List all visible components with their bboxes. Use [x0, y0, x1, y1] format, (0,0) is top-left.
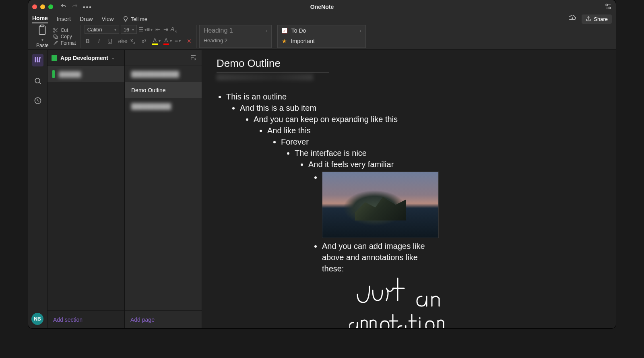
cut-button[interactable]: Cut: [53, 27, 76, 33]
tab-view[interactable]: View: [102, 16, 114, 22]
notebook-name: App Development: [60, 55, 108, 61]
tell-me-search[interactable]: Tell me: [123, 16, 147, 22]
delete-button[interactable]: ✕: [186, 38, 192, 44]
rail-search[interactable]: [34, 77, 42, 86]
page-item[interactable]: ██████████: [125, 98, 202, 114]
tab-home[interactable]: Home: [32, 15, 48, 23]
svg-line-8: [54, 29, 55, 30]
chevron-down-icon: ⌄: [111, 56, 115, 60]
notebook-selector[interactable]: App Development ⌄: [47, 50, 124, 66]
section-item[interactable]: ██████: [47, 66, 124, 82]
clipboard-icon: [37, 25, 47, 37]
star-icon: ★: [282, 38, 287, 44]
style-heading1[interactable]: Heading 1 ›: [200, 25, 271, 36]
outline-item[interactable]: And you can add images like above and an…: [322, 240, 435, 274]
page-canvas[interactable]: Demo Outline This is an outline And this…: [202, 50, 616, 328]
underline-button[interactable]: U: [107, 38, 114, 44]
superscript-button[interactable]: x²: [141, 38, 147, 44]
app-title: OneNote: [310, 4, 334, 10]
nav-rail: [28, 50, 47, 328]
search-icon: [34, 77, 42, 85]
paste-label: Paste: [36, 43, 49, 48]
account-avatar[interactable]: NB: [31, 313, 43, 325]
pages-panel: ████████████ Demo Outline ██████████ Add…: [125, 50, 202, 328]
outline-item[interactable]: And it feels very familiar: [308, 159, 601, 170]
notebook-icon: [52, 55, 57, 61]
outline-container[interactable]: This is an outline And this is a sub ite…: [217, 91, 601, 274]
add-page-label: Add page: [130, 317, 155, 323]
format-painter-button[interactable]: Format: [53, 40, 76, 46]
outline-item[interactable]: The interface is nice: [295, 147, 601, 159]
outline-item[interactable]: This is an outline: [226, 91, 601, 102]
paintbrush-icon: [53, 40, 58, 46]
undo-button[interactable]: [60, 3, 67, 11]
style-heading2-label: Heading 2: [204, 37, 227, 43]
sort-icon: [190, 54, 197, 61]
svg-point-14: [35, 78, 40, 83]
paste-button[interactable]: ▾ Paste: [35, 24, 50, 49]
clear-formatting-button[interactable]: A✕: [171, 26, 177, 33]
copy-button[interactable]: Copy: [53, 34, 76, 39]
outline-item[interactable]: And this is a sub item: [240, 102, 601, 114]
qat-more-button[interactable]: •••: [83, 4, 89, 10]
cut-label: Cut: [61, 27, 68, 33]
outline-item[interactable]: And like this: [267, 125, 601, 136]
font-size-combo[interactable]: 16▾: [121, 25, 137, 34]
page-item[interactable]: Demo Outline: [125, 82, 202, 98]
ribbon-mode-button[interactable]: [605, 5, 612, 11]
styles-gallery[interactable]: Heading 1 › Heading 2: [199, 25, 272, 48]
tag-important[interactable]: ★ Important: [278, 36, 365, 46]
fullscreen-window-button[interactable]: [48, 4, 53, 9]
section-color-swatch: [52, 70, 55, 78]
tags-gallery[interactable]: ✓ To Do › ★ Important: [277, 25, 366, 48]
highlight-button[interactable]: A▾: [152, 37, 159, 45]
tag-todo-label: To Do: [291, 27, 306, 34]
ribbon: ▾ Paste Cut Copy Format Cali: [28, 24, 616, 50]
format-label: Format: [61, 40, 76, 46]
library-icon: [34, 56, 42, 64]
add-section-label: Add section: [53, 317, 83, 323]
outline-item[interactable]: And you can keep on expanding like this: [254, 114, 601, 125]
align-button[interactable]: ≡▾: [175, 38, 181, 44]
redo-button[interactable]: [72, 3, 78, 11]
subscript-button[interactable]: x₂: [130, 37, 136, 45]
svg-rect-11: [35, 57, 36, 62]
sort-pages-button[interactable]: [190, 54, 197, 62]
indent-button[interactable]: ⇥: [163, 26, 169, 33]
add-section-button[interactable]: Add section: [47, 310, 124, 328]
sync-status-icon[interactable]: [569, 15, 576, 23]
chevron-right-icon: ›: [360, 29, 361, 33]
numbered-list-button[interactable]: ≡▾: [147, 26, 153, 33]
tab-insert[interactable]: Insert: [57, 16, 71, 22]
page-title: Demo Outline: [131, 87, 166, 93]
share-button[interactable]: Share: [582, 14, 612, 24]
bullet-list-button[interactable]: ☰▾: [138, 26, 145, 33]
tab-draw[interactable]: Draw: [80, 16, 93, 22]
add-page-button[interactable]: Add page: [125, 310, 202, 328]
outline-item[interactable]: Forever: [281, 136, 601, 147]
bold-button[interactable]: B: [85, 38, 91, 44]
page-title-field[interactable]: Demo Outline: [217, 56, 329, 72]
style-heading2[interactable]: Heading 2: [200, 36, 271, 45]
outdent-button[interactable]: ⇤: [155, 26, 161, 33]
font-size-value: 16: [124, 27, 129, 33]
minimize-window-button[interactable]: [40, 4, 45, 9]
font-name-combo[interactable]: Calibri▾: [85, 25, 119, 34]
close-window-button[interactable]: [32, 4, 37, 9]
tag-todo[interactable]: ✓ To Do ›: [278, 25, 365, 36]
strikethrough-button[interactable]: abc: [118, 38, 125, 44]
rail-recent[interactable]: [34, 97, 42, 106]
page-item[interactable]: ████████████: [125, 66, 202, 82]
chevron-right-icon: ›: [266, 29, 267, 33]
embedded-image[interactable]: [322, 172, 439, 238]
font-color-button[interactable]: A▾: [163, 37, 170, 45]
ink-annotation[interactable]: [349, 274, 478, 328]
checkbox-icon: ✓: [282, 28, 287, 33]
svg-line-7: [56, 31, 57, 32]
window-controls: [32, 4, 53, 9]
rail-notebooks[interactable]: [32, 54, 43, 66]
svg-point-4: [53, 28, 55, 29]
outline-image-item[interactable]: [322, 172, 601, 238]
svg-line-15: [39, 83, 41, 84]
italic-button[interactable]: I: [96, 38, 102, 44]
